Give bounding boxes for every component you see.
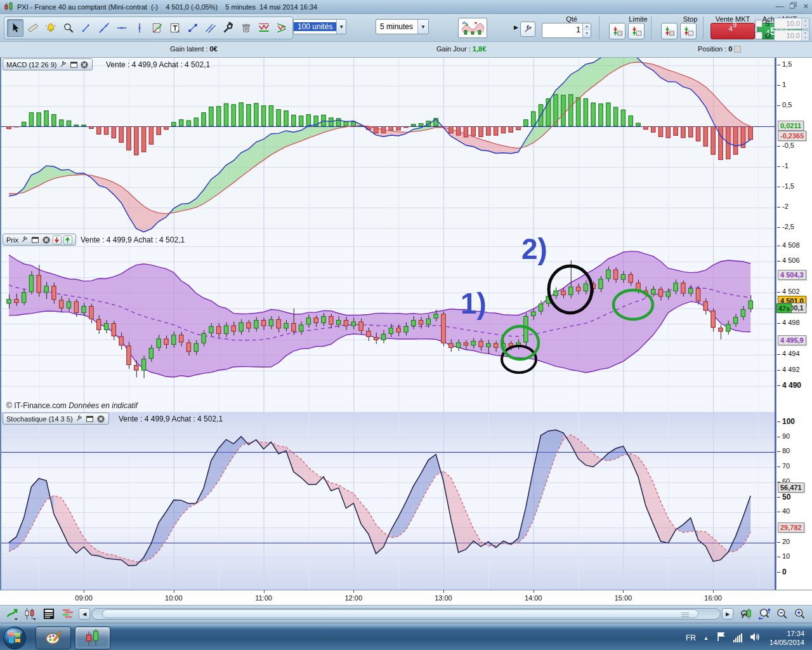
price-panel-tab[interactable]: Prix <box>3 234 76 246</box>
timeframe-select-arrow-icon[interactable]: ▼ <box>417 20 428 34</box>
chart-scrollbar-track[interactable] <box>91 608 721 620</box>
taskbar-paint-button[interactable] <box>36 627 71 649</box>
axis-tick-label: 90 <box>777 432 790 440</box>
pointer-tool-button[interactable] <box>7 19 23 37</box>
taskbar-clock[interactable]: 17:3414/05/2014 <box>768 629 809 647</box>
macd-window-icon[interactable] <box>69 60 78 69</box>
zoom-custom-button[interactable] <box>756 607 773 621</box>
trading-display-settings-button[interactable] <box>738 607 755 621</box>
quantity-stepper[interactable]: 1 ▲▼ <box>542 23 591 38</box>
zoom-in-button[interactable] <box>792 607 808 621</box>
ruler-tool-button[interactable] <box>25 19 41 37</box>
sell-market-button[interactable]: 49 <box>710 23 755 39</box>
pattern-channel-up-button[interactable] <box>256 19 272 37</box>
network-signal-icon[interactable] <box>733 633 742 642</box>
time-axis-tick <box>174 590 174 593</box>
stochastic-panel-tab[interactable]: Stochastique (14 3 5) <box>3 413 109 425</box>
chart-type-button[interactable] <box>458 18 487 38</box>
text-note-tool-button[interactable] <box>167 19 183 37</box>
trash-delete-button[interactable] <box>238 19 254 37</box>
volume-speaker-icon[interactable] <box>750 632 761 644</box>
day-gain-label: Gain Jour : <box>436 45 473 53</box>
news-button[interactable] <box>41 607 57 621</box>
units-select-value: 100 unités <box>294 22 336 31</box>
stop-checkbox-label: S <box>765 20 771 27</box>
buy-stop-order-button[interactable] <box>661 23 678 39</box>
chart-objects-button[interactable] <box>22 607 38 621</box>
close-icon[interactable]: × <box>803 1 808 11</box>
time-axis-label: 11:00 <box>250 594 278 602</box>
zoom-tool-button[interactable] <box>60 19 77 37</box>
stochastic-window-icon[interactable] <box>86 415 95 423</box>
tools-settings-button[interactable] <box>220 19 237 37</box>
drawing-tools-palette <box>4 17 293 39</box>
price-chart-canvas[interactable] <box>1 233 776 412</box>
close-position-icon[interactable] <box>734 46 741 53</box>
axis-tick-label: 4 506 <box>777 256 800 264</box>
stochastic-quote-line: Vente : 4 499,9 Achat : 4 502,1 <box>119 415 223 423</box>
macd-close-icon[interactable] <box>80 60 89 69</box>
stochastic-settings-wrench-icon[interactable] <box>75 415 84 423</box>
extended-line-tool-button[interactable] <box>96 19 112 37</box>
axis-tick-label: 4 508 <box>777 241 800 249</box>
stop-value-stepper[interactable]: 10.0▲▼ <box>774 18 809 29</box>
minimize-button[interactable]: — <box>775 1 783 11</box>
macd-quote-line: Vente : 4 499,9 Achat : 4 502,1 <box>106 60 210 69</box>
stochastic-close-icon[interactable] <box>96 415 105 423</box>
quantity-arrows[interactable]: ▲▼ <box>582 23 591 37</box>
units-select-arrow-icon[interactable]: ▼ <box>336 20 346 34</box>
axis-tick-label: -0,5 <box>777 142 794 149</box>
analysis-list-button[interactable] <box>149 19 166 37</box>
order-book-button[interactable] <box>60 607 76 621</box>
objective-checkbox-row: O 10.0▲▼ <box>755 30 809 41</box>
time-axis-tick <box>264 590 265 593</box>
vertical-line-tool-button[interactable] <box>131 19 148 37</box>
trendline-tool-button[interactable] <box>78 19 95 37</box>
axis-tick-label: -1 <box>777 162 789 169</box>
bottom-toolbar: ◀ ▶ <box>0 606 812 622</box>
scrollbar-grip[interactable] <box>681 613 689 617</box>
timeframe-select[interactable]: 5 minutes ▼ <box>376 19 429 34</box>
sell-price-thousands: 4 <box>729 25 733 32</box>
sell-limit-order-button[interactable] <box>628 23 645 39</box>
axis-tick-label: 1,5 <box>777 60 792 68</box>
objective-checkbox[interactable] <box>755 32 763 39</box>
macd-chart-canvas[interactable] <box>1 58 776 233</box>
scroll-right-button[interactable]: ▶ <box>722 608 733 620</box>
price-close-icon[interactable] <box>42 235 51 244</box>
objective-value: 10.0 <box>775 30 801 41</box>
buy-arrow-icon[interactable] <box>63 235 72 244</box>
axis-tick-label: 4 498 <box>777 319 800 326</box>
sell-arrow-icon[interactable] <box>53 235 62 244</box>
chart-scrollbar-thumb[interactable] <box>102 609 698 618</box>
stop-checkbox[interactable] <box>755 20 763 27</box>
macd-settings-wrench-icon[interactable] <box>58 60 67 69</box>
parallel-lines-tool-button[interactable] <box>202 19 219 37</box>
stochastic-chart-canvas[interactable] <box>1 412 776 590</box>
taskbar-trading-app-button[interactable] <box>75 627 110 649</box>
trading-settings-button[interactable] <box>520 22 535 37</box>
buy-limit-order-button[interactable] <box>609 23 625 39</box>
macd-panel-tab[interactable]: MACD (12 26 9) <box>3 58 93 70</box>
objective-value-stepper[interactable]: 10.0▲▼ <box>774 30 809 41</box>
horizontal-line-tool-button[interactable] <box>114 19 130 37</box>
hidden-icons-chevron-icon[interactable]: ▲ <box>704 635 709 641</box>
zoom-out-button[interactable] <box>774 607 790 621</box>
price-window-icon[interactable] <box>31 235 40 244</box>
scroll-left-button[interactable]: ◀ <box>79 608 90 620</box>
restore-button[interactable] <box>790 1 797 11</box>
start-button[interactable] <box>3 626 27 650</box>
units-select[interactable]: 100 unités ▼ <box>293 19 346 34</box>
quantity-value[interactable]: 1 <box>542 23 582 37</box>
panel-collapse-arrow-icon[interactable]: ▶ <box>514 24 518 30</box>
pattern-wedge-down-button[interactable] <box>273 19 290 37</box>
axis-tick-label: -1,5 <box>777 182 794 190</box>
segment-tool-button[interactable] <box>185 19 201 37</box>
language-indicator[interactable]: FR <box>686 633 696 642</box>
title-bar[interactable]: PXI - France 40 au comptant (Mini-contra… <box>0 0 812 14</box>
price-settings-wrench-icon[interactable] <box>20 235 29 244</box>
alarm-bell-button[interactable] <box>43 19 59 37</box>
sell-stop-order-button[interactable] <box>680 23 697 39</box>
export-chart-button[interactable] <box>4 607 20 621</box>
action-center-flag-icon[interactable] <box>716 632 726 644</box>
